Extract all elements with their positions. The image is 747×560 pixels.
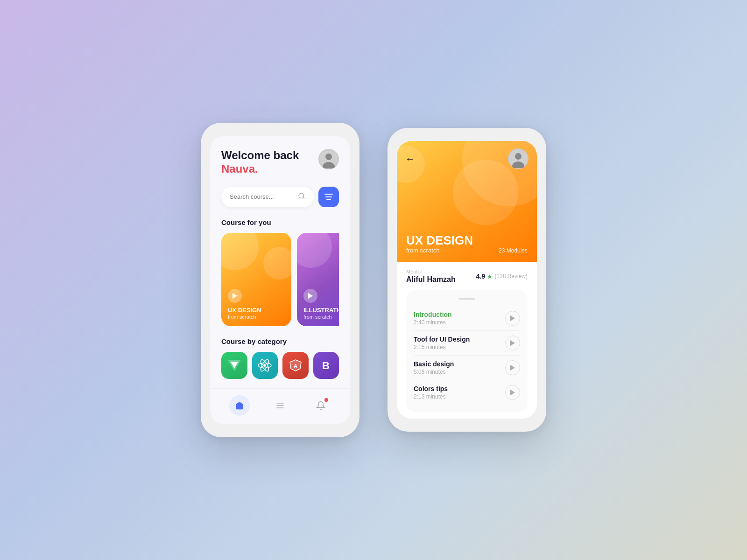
screens-container: Welcome back Nauva. bbox=[201, 123, 546, 437]
module-item-4: Colors tips 2:13 minutes bbox=[414, 380, 520, 405]
mentor-info: Mentor Aliful Hamzah bbox=[406, 269, 456, 284]
play-button-illus[interactable] bbox=[303, 289, 317, 303]
play-button-module-1[interactable] bbox=[505, 311, 520, 326]
svg-marker-25 bbox=[510, 315, 515, 321]
module-duration-4: 2:13 minutes bbox=[414, 393, 448, 400]
nav-notification[interactable] bbox=[310, 395, 331, 416]
svg-point-3 bbox=[299, 193, 304, 198]
review-count: (138 Review) bbox=[494, 273, 528, 280]
svg-marker-8 bbox=[233, 293, 237, 299]
back-button[interactable]: ← bbox=[405, 154, 415, 164]
mentor-name: Aliful Hamzah bbox=[406, 275, 456, 284]
avatar[interactable] bbox=[318, 149, 339, 169]
hero-subtitle-row: from scratch 23 Modules bbox=[406, 247, 528, 254]
search-icon bbox=[298, 192, 305, 202]
category-bootstrap[interactable]: B bbox=[313, 352, 339, 379]
category-angular[interactable]: A bbox=[282, 352, 309, 379]
hero-section: ← UX DESIGN from scratch 23 Modules bbox=[397, 141, 537, 262]
play-button-module-3[interactable] bbox=[505, 360, 520, 375]
card-sub-illus: from scratch bbox=[303, 314, 339, 320]
module-info-3: Basic design 5:08 minutes bbox=[414, 360, 454, 375]
play-button-module-4[interactable] bbox=[505, 385, 520, 400]
nav-list[interactable] bbox=[270, 395, 290, 416]
category-vue[interactable] bbox=[221, 352, 247, 379]
category-icons: A B bbox=[221, 352, 339, 379]
screen1-inner: Welcome back Nauva. bbox=[210, 136, 350, 424]
modules-badge: 23 Modules bbox=[499, 247, 528, 254]
section-title-foryou: Course for you bbox=[221, 218, 339, 226]
hero-avatar[interactable] bbox=[508, 148, 529, 169]
svg-rect-5 bbox=[324, 194, 333, 195]
course-card-illus[interactable]: ILLUSTRATION from scratch bbox=[297, 233, 339, 326]
hero-title: UX DESIGN bbox=[406, 234, 528, 247]
svg-text:B: B bbox=[322, 360, 330, 371]
filter-button[interactable] bbox=[318, 187, 339, 207]
mentor-row: Mentor Aliful Hamzah 4.9 ★ (138 Review) bbox=[406, 269, 528, 284]
screen2-body: Mentor Aliful Hamzah 4.9 ★ (138 Review) bbox=[397, 262, 537, 419]
module-name-1: Introduction bbox=[414, 311, 452, 318]
card-title-illus: ILLUSTRATION bbox=[303, 307, 339, 314]
course-cards: UX DESIGN from scratch ILLUSTRATION bbox=[221, 233, 339, 326]
module-duration-1: 2:40 minutes bbox=[414, 319, 452, 326]
card-sub-ux: from scratch bbox=[228, 314, 285, 320]
play-button-ux[interactable] bbox=[228, 289, 242, 303]
module-name-3: Basic design bbox=[414, 360, 454, 368]
screen1-header: Welcome back Nauva. bbox=[221, 149, 339, 175]
hero-subtitle: from scratch bbox=[406, 247, 440, 254]
module-info-1: Introduction 2:40 minutes bbox=[414, 311, 452, 326]
greeting: Welcome back bbox=[221, 149, 299, 162]
user-name: Nauva. bbox=[221, 162, 299, 175]
module-duration-3: 5:08 minutes bbox=[414, 369, 454, 375]
modules-card: Introduction 2:40 minutes Toof for UI D bbox=[406, 290, 528, 412]
module-item-3: Basic design 5:08 minutes bbox=[414, 356, 520, 380]
search-box[interactable] bbox=[221, 187, 314, 207]
mentor-label: Mentor bbox=[406, 269, 456, 274]
category-react[interactable] bbox=[252, 352, 278, 379]
svg-marker-27 bbox=[510, 365, 515, 371]
section-title-category: Course by category bbox=[221, 337, 339, 345]
bottom-nav bbox=[210, 388, 350, 424]
svg-point-23 bbox=[515, 153, 521, 160]
module-name-4: Colors tips bbox=[414, 385, 448, 392]
screen2-nav: ← bbox=[397, 148, 537, 169]
card-title-ux: UX DESIGN bbox=[228, 307, 285, 314]
svg-text:A: A bbox=[294, 363, 297, 369]
welcome-text: Welcome back Nauva. bbox=[221, 149, 299, 175]
module-duration-2: 2:15 minutes bbox=[414, 344, 470, 350]
module-info-2: Toof for UI Design 2:15 minutes bbox=[414, 336, 470, 350]
module-info-4: Colors tips 2:13 minutes bbox=[414, 385, 448, 400]
svg-point-12 bbox=[263, 364, 266, 367]
phone-screen2: ← UX DESIGN from scratch 23 Modules bbox=[388, 128, 546, 432]
svg-rect-7 bbox=[326, 199, 331, 200]
play-button-module-2[interactable] bbox=[505, 336, 520, 350]
nav-home[interactable] bbox=[229, 395, 250, 416]
module-item-1: Introduction 2:40 minutes bbox=[414, 306, 520, 331]
star-icon: ★ bbox=[487, 273, 493, 280]
module-item-2: Toof for UI Design 2:15 minutes bbox=[414, 331, 520, 356]
screen2-inner: ← UX DESIGN from scratch 23 Modules bbox=[397, 141, 537, 419]
screen1-content: Welcome back Nauva. bbox=[210, 136, 350, 379]
svg-line-4 bbox=[303, 197, 304, 199]
phone-screen1: Welcome back Nauva. bbox=[201, 123, 359, 437]
svg-marker-26 bbox=[510, 340, 515, 346]
svg-rect-6 bbox=[325, 196, 332, 197]
svg-point-1 bbox=[325, 154, 332, 160]
drag-handle bbox=[458, 298, 475, 300]
search-row bbox=[221, 187, 339, 207]
rating-number: 4.9 bbox=[476, 273, 485, 280]
search-input[interactable] bbox=[230, 193, 294, 200]
course-card-ux[interactable]: UX DESIGN from scratch bbox=[221, 233, 291, 326]
svg-marker-28 bbox=[510, 390, 515, 395]
svg-marker-9 bbox=[308, 293, 313, 299]
rating-row: 4.9 ★ (138 Review) bbox=[476, 273, 528, 280]
module-name-2: Toof for UI Design bbox=[414, 336, 470, 343]
